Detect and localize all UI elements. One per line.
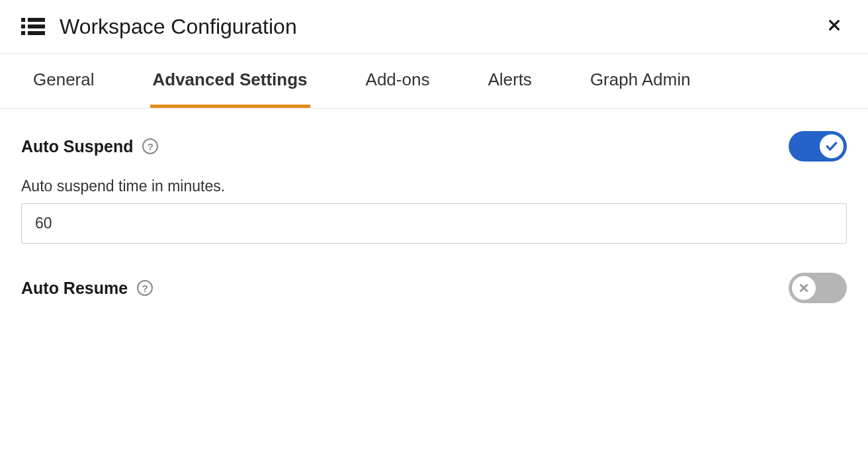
tab-general[interactable]: General (30, 54, 97, 108)
auto-suspend-field-label: Auto suspend time in minutes. (21, 177, 847, 195)
list-icon (21, 18, 45, 35)
close-button[interactable] (822, 13, 847, 40)
page-title: Workspace Configuration (60, 15, 822, 39)
help-icon[interactable]: ? (137, 280, 153, 296)
auto-suspend-label: Auto Suspend (21, 137, 133, 156)
auto-resume-label: Auto Resume (21, 279, 128, 298)
help-icon[interactable]: ? (142, 138, 158, 154)
auto-suspend-label-group: Auto Suspend ? (21, 137, 158, 156)
check-icon (825, 140, 838, 153)
tab-alerts[interactable]: Alerts (485, 54, 534, 108)
auto-resume-label-group: Auto Resume ? (21, 279, 153, 298)
tab-advanced-settings[interactable]: Advanced Settings (150, 54, 310, 108)
tab-graph-admin[interactable]: Graph Admin (587, 54, 693, 108)
tab-bar: General Advanced Settings Add-ons Alerts… (0, 54, 868, 109)
auto-suspend-time-input[interactable] (21, 203, 847, 244)
auto-suspend-row: Auto Suspend ? (21, 131, 847, 162)
x-icon (798, 282, 810, 294)
auto-resume-row: Auto Resume ? (21, 273, 847, 303)
dialog-header: Workspace Configuration (0, 0, 868, 54)
close-icon (827, 18, 842, 32)
toggle-knob (792, 276, 816, 300)
auto-resume-toggle[interactable] (789, 273, 847, 303)
tab-add-ons[interactable]: Add-ons (363, 54, 433, 108)
toggle-knob (820, 134, 844, 158)
settings-content: Auto Suspend ? Auto suspend time in minu… (0, 109, 868, 342)
auto-suspend-toggle[interactable] (789, 131, 847, 162)
